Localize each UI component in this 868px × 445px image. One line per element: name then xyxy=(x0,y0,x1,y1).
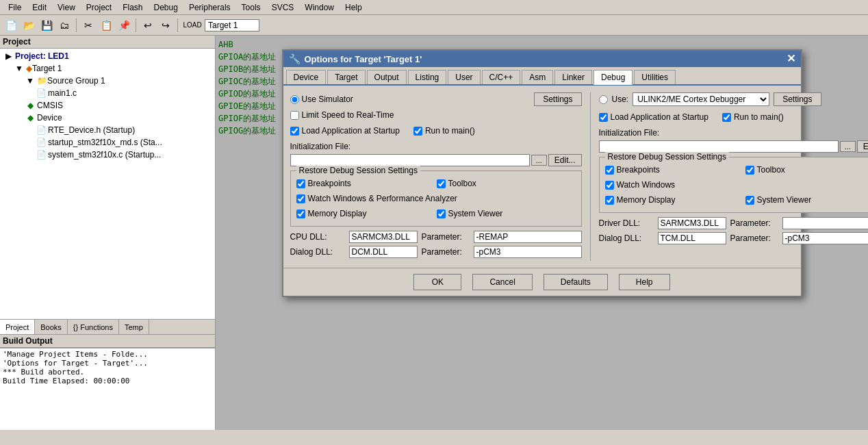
edit-btn-hw[interactable]: Edit... xyxy=(857,140,868,153)
watch-check-hw[interactable] xyxy=(605,181,614,190)
toolbox-check-hw[interactable] xyxy=(745,166,754,175)
browse-btn-sim[interactable]: ... xyxy=(531,155,547,166)
init-file-input-hw[interactable] xyxy=(599,140,839,153)
menu-file[interactable]: File xyxy=(3,1,27,14)
build-output-header: Build Output xyxy=(0,334,215,348)
tab-functions[interactable]: {} Functions xyxy=(68,320,119,334)
debugger-select[interactable]: ULINK2/ME Cortex Debugger xyxy=(633,92,769,106)
dialog-param-input-sim[interactable] xyxy=(474,246,582,258)
load-btn[interactable]: LOAD xyxy=(181,18,203,33)
dtab-asm[interactable]: Asm xyxy=(522,70,553,84)
sep3 xyxy=(177,18,178,32)
project-tree: ▶ Project: LED1 ▼ ◆ Target 1 ▼ 📁 Source … xyxy=(0,49,215,319)
dialog-close-button[interactable]: ✕ xyxy=(787,53,795,64)
dtab-listing[interactable]: Listing xyxy=(408,70,447,84)
memory-check-hw[interactable] xyxy=(605,196,614,205)
menu-window[interactable]: Window xyxy=(299,1,340,14)
new-file-btn[interactable]: 📄 xyxy=(3,18,19,33)
dialog-title-icon: 🔧 xyxy=(289,53,301,64)
tree-main1c[interactable]: 📄 main1.c xyxy=(34,87,214,99)
memory-row-sim: Memory Display xyxy=(296,209,435,218)
redo-btn[interactable]: ↪ xyxy=(157,18,174,33)
tree-cmsis[interactable]: ◆ CMSIS xyxy=(23,99,214,112)
menu-peripherals[interactable]: Peripherals xyxy=(183,1,236,14)
dtab-utilities[interactable]: Utilities xyxy=(634,70,676,84)
dtab-device[interactable]: Device xyxy=(286,70,327,84)
copy-btn[interactable]: 📋 xyxy=(98,18,114,33)
dtab-target[interactable]: Target xyxy=(327,70,365,84)
cut-btn[interactable]: ✂ xyxy=(80,18,97,33)
cpu-param-input[interactable] xyxy=(474,231,582,243)
breakpoints-check-sim[interactable] xyxy=(296,179,305,188)
dtab-cpp[interactable]: C/C++ xyxy=(482,70,521,84)
load-app-check-hw[interactable] xyxy=(599,113,608,122)
run-main-label-hw: Run to main() xyxy=(734,112,784,122)
cpu-dll-input[interactable] xyxy=(349,231,418,243)
breakpoints-row-hw: Breakpoints xyxy=(605,165,744,175)
menu-debug[interactable]: Debug xyxy=(149,1,183,14)
menu-flash[interactable]: Flash xyxy=(117,1,148,14)
dialog-dll-input-hw[interactable] xyxy=(658,232,726,244)
menu-project[interactable]: Project xyxy=(81,1,117,14)
menu-view[interactable]: View xyxy=(52,1,81,14)
memory-check-sim[interactable] xyxy=(296,209,305,218)
menu-tools[interactable]: Tools xyxy=(236,1,266,14)
save-all-btn[interactable]: 🗂 xyxy=(56,18,73,33)
limit-speed-check[interactable] xyxy=(290,111,299,120)
memory-label-sim: Memory Display xyxy=(308,209,367,218)
run-main-check-sim[interactable] xyxy=(413,127,422,136)
toolbox-check-sim[interactable] xyxy=(437,179,446,188)
paste-btn[interactable]: 📌 xyxy=(116,18,132,33)
tab-project[interactable]: Project xyxy=(0,320,35,334)
help-button[interactable]: Help xyxy=(619,274,670,290)
edit-btn-sim[interactable]: Edit... xyxy=(548,154,582,166)
init-file-row-sim: ... Edit... xyxy=(290,154,582,166)
dtab-debug[interactable]: Debug xyxy=(593,70,633,85)
menu-help[interactable]: Help xyxy=(340,1,368,14)
undo-btn[interactable]: ↩ xyxy=(140,18,156,33)
tree-device[interactable]: ◆ Device xyxy=(23,112,214,124)
tree-system[interactable]: 📄 system_stm32f10x.c (Startup... xyxy=(34,149,214,161)
hardware-settings-btn[interactable]: Settings xyxy=(774,92,821,106)
sysviewer-check-sim[interactable] xyxy=(437,209,446,218)
dtab-output[interactable]: Output xyxy=(367,70,407,84)
tree-rte[interactable]: 📄 RTE_Device.h (Startup) xyxy=(34,124,214,136)
tree-target[interactable]: ▼ ◆ Target 1 xyxy=(12,62,214,75)
sysviewer-check-hw[interactable] xyxy=(745,196,754,205)
dialog-dll-input-sim[interactable] xyxy=(349,246,418,258)
breakpoints-check-hw[interactable] xyxy=(605,166,614,175)
simulator-settings-btn[interactable]: Settings xyxy=(534,92,581,106)
save-btn[interactable]: 💾 xyxy=(38,18,55,33)
tab-temp[interactable]: Temp xyxy=(119,320,149,334)
toolbox-label-sim: Toolbox xyxy=(448,179,476,188)
menu-svcs[interactable]: SVCS xyxy=(266,1,300,14)
defaults-button[interactable]: Defaults xyxy=(544,274,608,290)
tree-project[interactable]: ▶ Project: LED1 xyxy=(1,50,214,62)
tree-startup[interactable]: 📄 startup_stm32f10x_md.s (Sta... xyxy=(34,136,214,149)
ok-button[interactable]: OK xyxy=(413,274,461,290)
load-app-check-sim[interactable] xyxy=(290,127,299,136)
menu-edit[interactable]: Edit xyxy=(27,1,52,14)
dtab-linker[interactable]: Linker xyxy=(554,70,592,84)
dialog-overlay: 🔧 Options for Target 'Target 1' ✕ Device… xyxy=(216,36,868,430)
tab-books[interactable]: Books xyxy=(35,320,68,334)
driver-dll-input[interactable] xyxy=(658,217,726,229)
expand-icon-sg: ▼ xyxy=(25,75,36,86)
browse-btn-hw[interactable]: ... xyxy=(840,141,856,152)
dtab-user[interactable]: User xyxy=(448,70,480,84)
hardware-radio[interactable] xyxy=(599,95,608,104)
watch-check-sim[interactable] xyxy=(296,194,305,203)
cancel-button[interactable]: Cancel xyxy=(472,274,532,290)
simulator-radio[interactable] xyxy=(290,95,299,104)
init-file-input-sim[interactable] xyxy=(290,154,530,166)
run-main-check-hw[interactable] xyxy=(722,113,731,122)
dialog-param-label-hw: Parameter: xyxy=(730,233,778,243)
driver-param-input[interactable] xyxy=(782,217,869,229)
dialog-dll-row-sim: Dialog DLL: Parameter: xyxy=(290,246,582,258)
use-row: Use: ULINK2/ME Cortex Debugger Settings xyxy=(599,92,869,106)
open-btn[interactable]: 📂 xyxy=(21,18,37,33)
source-group-label: Source Group 1 xyxy=(47,76,105,86)
tree-source-group[interactable]: ▼ 📁 Source Group 1 xyxy=(23,75,214,87)
dialog-param-input-hw[interactable] xyxy=(782,232,869,244)
project-header: Project xyxy=(0,36,215,49)
